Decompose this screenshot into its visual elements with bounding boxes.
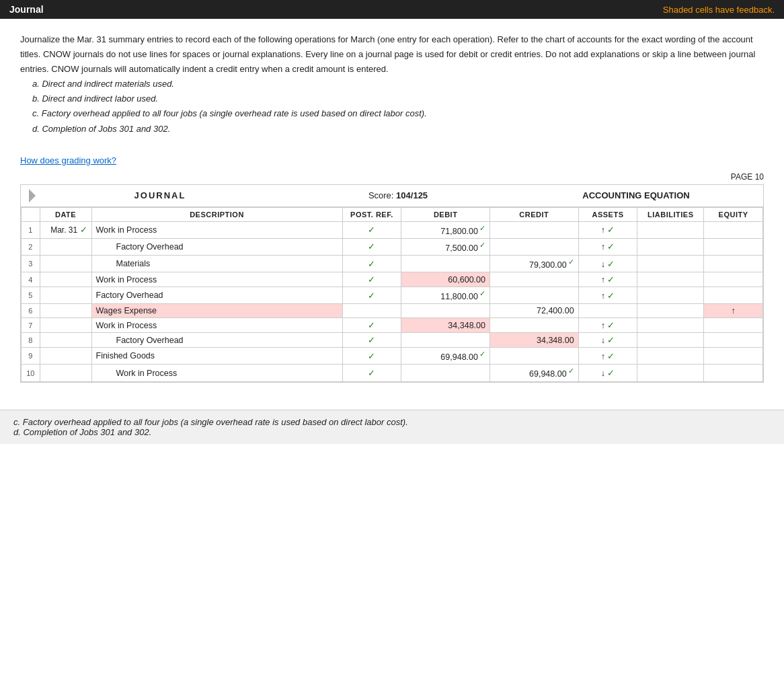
assets-arrow-icon: ↑ (601, 242, 605, 252)
row-assets (578, 304, 637, 318)
grading-link[interactable]: How does grading work? (20, 155, 116, 165)
row-description: Finished Goods (91, 348, 342, 365)
row-assets: ↑ ✓ (578, 287, 637, 304)
bottom-line: d. Completion of Jobs 301 and 302. (13, 427, 771, 437)
row-assets: ↑ ✓ (578, 348, 637, 365)
th-description: DESCRIPTION (91, 207, 342, 221)
journal-wrapper: JOURNAL Score: 104/125 ACCOUNTING EQUATI… (20, 184, 764, 383)
row-debit: 34,348.00 (401, 318, 490, 333)
row-number: 10 (22, 365, 40, 381)
row-description: Factory Overhead (91, 287, 342, 304)
row-equity (704, 272, 763, 287)
row-equity (704, 318, 763, 333)
score-display: Score: 104/125 (279, 190, 517, 200)
table-row: 4Work in Process✓60,600.00↑ ✓ (22, 272, 763, 287)
instruction-item: a. Direct and indirect materials used. (32, 77, 764, 91)
feedback-notice: Shaded cells have feedback. (663, 5, 775, 15)
row-postref: ✓ (342, 255, 401, 272)
postref-check-icon: ✓ (368, 259, 375, 269)
row-credit: 79,300.00✓ (489, 255, 578, 272)
score-value: 104/125 (396, 190, 428, 200)
page-number: PAGE 10 (20, 172, 764, 182)
assets-check-icon: ✓ (607, 320, 615, 330)
row-postref (342, 304, 401, 318)
row-date (40, 238, 91, 255)
row-assets: ↓ ✓ (578, 333, 637, 348)
assets-arrow-icon: ↓ (601, 336, 605, 345)
row-date (40, 348, 91, 365)
row-equity (704, 287, 763, 304)
row-number: 9 (22, 348, 40, 365)
instruction-item: c. Factory overhead applied to all four … (32, 106, 764, 121)
assets-check-icon: ✓ (607, 368, 615, 378)
row-equity (704, 255, 763, 272)
row-postref: ✓ (342, 238, 401, 255)
th-credit: CREDIT (489, 207, 578, 221)
row-liabilities (637, 318, 704, 333)
postref-check-icon: ✓ (368, 291, 375, 301)
row-equity: ↑ (704, 304, 763, 318)
row-description: Work in Process (91, 272, 342, 287)
row-date: Mar. 31 ✓ (40, 221, 91, 238)
row-liabilities (637, 287, 704, 304)
assets-arrow-icon: ↓ (601, 369, 605, 378)
postref-check-icon: ✓ (368, 351, 375, 361)
table-row: 3Materials✓79,300.00✓↓ ✓ (22, 255, 763, 272)
row-credit (489, 348, 578, 365)
journal-header: JOURNAL Score: 104/125 ACCOUNTING EQUATI… (21, 185, 763, 207)
row-assets: ↑ ✓ (578, 238, 637, 255)
journal-table: DATE DESCRIPTION POST. REF. DEBIT CREDIT… (21, 207, 763, 382)
instructions-block: Journalize the Mar. 31 summary entries t… (20, 32, 764, 137)
row-liabilities (637, 304, 704, 318)
app-title: Journal (9, 4, 44, 15)
row-credit (489, 318, 578, 333)
row-description: Factory Overhead (91, 333, 342, 348)
row-credit (489, 272, 578, 287)
row-assets: ↑ ✓ (578, 221, 637, 238)
row-number: 6 (22, 304, 40, 318)
row-description: Factory Overhead (91, 238, 342, 255)
journal-tbody: 1Mar. 31 ✓Work in Process✓71,800.00✓↑ ✓2… (22, 221, 763, 381)
row-credit: 69,948.00✓ (489, 365, 578, 381)
instruction-items: a. Direct and indirect materials used.b.… (20, 77, 764, 136)
table-row: 9Finished Goods✓69,948.00✓↑ ✓ (22, 348, 763, 365)
row-description: Work in Process (91, 221, 342, 238)
row-description: Wages Expense (91, 304, 342, 318)
row-postref: ✓ (342, 333, 401, 348)
assets-arrow-icon: ↑ (601, 225, 605, 235)
row-number: 7 (22, 318, 40, 333)
acct-eq-label: ACCOUNTING EQUATION (517, 190, 755, 200)
row-number: 5 (22, 287, 40, 304)
table-row: 6Wages Expense72,400.00↑ (22, 304, 763, 318)
bottom-line: c. Factory overhead applied to all four … (13, 417, 771, 427)
row-assets: ↑ ✓ (578, 318, 637, 333)
row-assets: ↑ ✓ (578, 272, 637, 287)
row-credit (489, 221, 578, 238)
assets-check-icon: ✓ (607, 291, 615, 301)
row-assets: ↓ ✓ (578, 365, 637, 381)
assets-arrow-icon: ↑ (601, 352, 605, 361)
instruction-item: d. Completion of Jobs 301 and 302. (32, 122, 764, 137)
table-row: 2Factory Overhead✓7,500.00✓↑ ✓ (22, 238, 763, 255)
row-postref: ✓ (342, 365, 401, 381)
row-debit (401, 333, 490, 348)
row-date (40, 333, 91, 348)
table-header-row: DATE DESCRIPTION POST. REF. DEBIT CREDIT… (22, 207, 763, 221)
th-postref: POST. REF. (342, 207, 401, 221)
table-row: 1Mar. 31 ✓Work in Process✓71,800.00✓↑ ✓ (22, 221, 763, 238)
row-number: 3 (22, 255, 40, 272)
instructions-main: Journalize the Mar. 31 summary entries t… (20, 32, 764, 77)
row-postref: ✓ (342, 272, 401, 287)
row-date (40, 365, 91, 381)
row-equity (704, 333, 763, 348)
assets-check-icon: ✓ (607, 259, 615, 269)
postref-check-icon: ✓ (368, 241, 375, 252)
row-number: 2 (22, 238, 40, 255)
row-debit: 60,600.00 (401, 272, 490, 287)
row-description: Work in Process (91, 365, 342, 381)
row-liabilities (637, 272, 704, 287)
th-assets: ASSETS (578, 207, 637, 221)
instruction-item: b. Direct and indirect labor used. (32, 91, 764, 106)
row-debit: 71,800.00✓ (401, 221, 490, 238)
assets-check-icon: ✓ (607, 351, 615, 361)
